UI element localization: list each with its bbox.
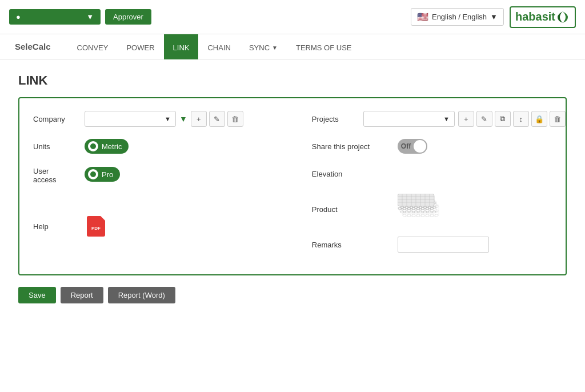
user-access-row: Useraccess Pro bbox=[33, 165, 243, 184]
company-delete-button[interactable]: 🗑 bbox=[227, 111, 243, 127]
company-action-btns: + ✎ 🗑 bbox=[191, 111, 243, 127]
nav-brand: SeleCalc bbox=[9, 42, 57, 51]
projects-delete-button[interactable]: 🗑 bbox=[550, 111, 566, 127]
projects-row: Projects ▼ + ✎ ⧉ ↕ 🔒 🗑 bbox=[312, 110, 566, 128]
header-right: 🇺🇸 English / English ▼ habasit bbox=[411, 6, 576, 28]
user-dropdown[interactable]: ● ▼ bbox=[9, 9, 101, 25]
elevation-row: Elevation bbox=[312, 165, 566, 183]
nav-item-chain[interactable]: CHAIN bbox=[198, 34, 239, 59]
product-visual bbox=[398, 194, 443, 225]
report-button[interactable]: Report bbox=[61, 287, 103, 303]
left-column: Company ▼ ▼ + ✎ 🗑 bbox=[33, 110, 266, 263]
card-columns: Company ▼ ▼ + ✎ 🗑 bbox=[33, 110, 552, 263]
header-left: ● ▼ Approver bbox=[9, 9, 151, 25]
toggle-off-label: Off bbox=[401, 142, 411, 150]
main-content: LINK Company ▼ ▼ + ✎ bbox=[0, 59, 585, 392]
help-row: Help bbox=[33, 216, 243, 237]
projects-action-btns: + ✎ ⧉ ↕ 🔒 🗑 bbox=[458, 111, 566, 127]
bottom-buttons: Save Report Report (Word) bbox=[18, 287, 567, 303]
projects-select[interactable]: ▼ bbox=[363, 111, 455, 127]
right-column: Projects ▼ + ✎ ⧉ ↕ 🔒 🗑 bbox=[289, 110, 566, 263]
projects-lock-button[interactable]: 🔒 bbox=[531, 111, 547, 127]
projects-move-button[interactable]: ↕ bbox=[513, 111, 529, 127]
nav-item-power[interactable]: POWER bbox=[117, 34, 163, 59]
units-toggle[interactable]: Metric bbox=[85, 139, 129, 154]
company-add-button[interactable]: + bbox=[191, 111, 207, 127]
sync-chevron-icon: ▼ bbox=[272, 45, 278, 51]
spacer bbox=[33, 193, 243, 216]
company-select-wrapper: ▼ ▼ bbox=[85, 111, 187, 127]
pdf-icon-visual bbox=[87, 216, 105, 237]
projects-copy-button[interactable]: ⧉ bbox=[495, 111, 511, 127]
lang-chevron-icon: ▼ bbox=[490, 13, 498, 21]
lang-label: English / English bbox=[432, 13, 487, 21]
projects-select-wrapper: ▼ bbox=[363, 111, 455, 127]
remarks-label: Remarks bbox=[312, 241, 398, 249]
share-toggle[interactable]: Off bbox=[398, 139, 427, 154]
filter-icon: ▼ bbox=[179, 114, 187, 123]
chevron-down-icon: ▼ bbox=[86, 13, 94, 21]
top-header: ● ▼ Approver 🇺🇸 English / English ▼ haba… bbox=[0, 0, 585, 34]
pdf-icon[interactable] bbox=[85, 216, 107, 237]
product-image bbox=[398, 192, 443, 226]
logo-text: habasit bbox=[515, 10, 555, 23]
habasit-logo: habasit bbox=[515, 10, 570, 25]
company-select[interactable]: ▼ bbox=[85, 111, 176, 127]
company-dropdown-icon: ▼ bbox=[165, 115, 171, 122]
company-row: Company ▼ ▼ + ✎ 🗑 bbox=[33, 110, 243, 128]
projects-edit-button[interactable]: ✎ bbox=[476, 111, 492, 127]
company-label: Company bbox=[33, 115, 85, 123]
units-value: Metric bbox=[102, 142, 122, 151]
remarks-input[interactable] bbox=[398, 237, 489, 253]
toggle-knob bbox=[414, 140, 426, 153]
pill-icon bbox=[88, 141, 98, 151]
approver-button[interactable]: Approver bbox=[105, 9, 151, 25]
share-project-label: Share this project bbox=[312, 142, 398, 151]
projects-add-button[interactable]: + bbox=[458, 111, 474, 127]
nav-item-link[interactable]: LINK bbox=[164, 34, 199, 59]
user-icon: ● bbox=[16, 13, 21, 21]
logo-swoosh-icon bbox=[555, 10, 570, 25]
user-access-label: Useraccess bbox=[33, 165, 85, 184]
page-title: LINK bbox=[18, 73, 567, 88]
help-label: Help bbox=[33, 222, 85, 231]
product-row: Product bbox=[312, 192, 566, 226]
share-project-row: Share this project Off bbox=[312, 137, 566, 155]
nav-item-convey[interactable]: CONVEY bbox=[68, 34, 118, 59]
units-label: Units bbox=[33, 142, 85, 151]
user-access-value: Pro bbox=[102, 170, 113, 179]
save-button[interactable]: Save bbox=[18, 287, 56, 303]
pill-icon-access bbox=[88, 169, 98, 179]
language-selector[interactable]: 🇺🇸 English / English ▼ bbox=[411, 8, 504, 26]
report-word-button[interactable]: Report (Word) bbox=[108, 287, 175, 303]
remarks-row: Remarks bbox=[312, 235, 566, 254]
elevation-label: Elevation bbox=[312, 170, 398, 178]
projects-label: Projects bbox=[312, 115, 363, 123]
nav-item-sync[interactable]: SYNC ▼ bbox=[240, 34, 287, 59]
company-edit-button[interactable]: ✎ bbox=[209, 111, 225, 127]
logo-box: habasit bbox=[510, 6, 576, 28]
flag-icon: 🇺🇸 bbox=[417, 11, 428, 22]
nav-bar: SeleCalc CONVEY POWER LINK CHAIN SYNC ▼ … bbox=[0, 34, 585, 59]
nav-item-terms[interactable]: TERMS OF USE bbox=[287, 34, 361, 59]
main-card: Company ▼ ▼ + ✎ 🗑 bbox=[18, 97, 567, 275]
product-label: Product bbox=[312, 205, 398, 214]
units-row: Units Metric bbox=[33, 137, 243, 155]
projects-dropdown-icon: ▼ bbox=[443, 115, 450, 122]
user-access-toggle[interactable]: Pro bbox=[85, 167, 120, 182]
